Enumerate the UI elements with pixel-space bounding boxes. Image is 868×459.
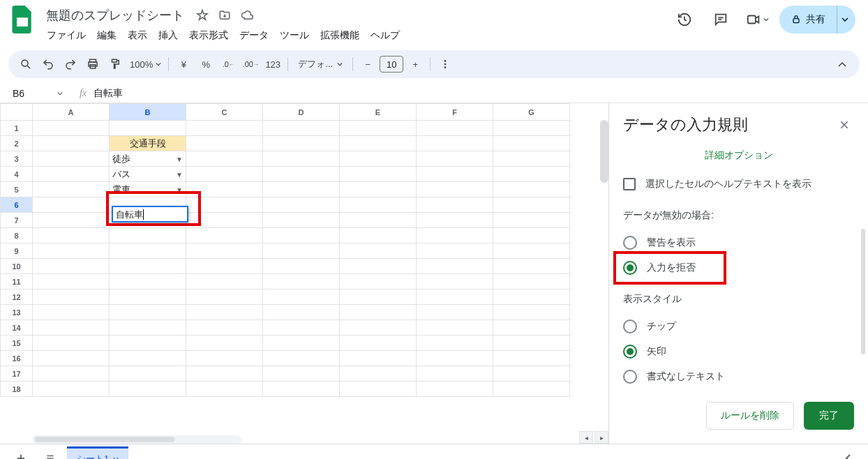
row-header[interactable]: 14	[1, 320, 33, 336]
increase-fontsize-icon[interactable]: +	[405, 54, 426, 75]
svg-line-9	[27, 66, 30, 68]
menu-extensions[interactable]: 拡張機能	[315, 27, 364, 45]
decrease-decimal-icon[interactable]: .0←	[218, 54, 239, 75]
cell-B3[interactable]: 徒歩▼	[110, 151, 186, 167]
dropdown-arrow-icon[interactable]: ▼	[176, 155, 183, 163]
row-header[interactable]: 17	[1, 366, 33, 382]
collapse-sidepanel-icon[interactable]	[837, 447, 860, 460]
row-header[interactable]: 2	[1, 136, 33, 151]
cloud-status-icon[interactable]	[239, 7, 255, 24]
menu-edit[interactable]: 編集	[92, 27, 121, 45]
menu-data[interactable]: データ	[234, 27, 274, 45]
search-icon[interactable]	[15, 54, 36, 75]
radio-show-warning[interactable]: 警告を表示	[623, 230, 854, 255]
col-header-B[interactable]: B	[110, 104, 186, 121]
formula-bar[interactable]: 自転車	[93, 87, 868, 100]
cell-B4[interactable]: バス▼	[110, 167, 186, 182]
row-header[interactable]: 13	[1, 305, 33, 320]
radio-plaintext[interactable]: 書式なしテキスト	[623, 364, 854, 389]
add-sheet-icon[interactable]	[8, 447, 33, 460]
svg-point-8	[22, 60, 28, 66]
row-header[interactable]: 3	[1, 151, 33, 167]
radio-reject-input[interactable]: 入力を拒否	[623, 255, 854, 280]
advanced-options-link[interactable]: 詳細オプション	[623, 144, 854, 174]
menu-help[interactable]: ヘルプ	[366, 27, 405, 45]
paint-format-icon[interactable]	[105, 54, 126, 75]
row-header[interactable]: 15	[1, 336, 33, 351]
collapse-toolbar-icon[interactable]	[832, 54, 853, 75]
help-text-checkbox[interactable]: 選択したセルのヘルプテキストを表示	[623, 174, 854, 206]
col-header-G[interactable]: G	[493, 104, 570, 121]
percent-icon[interactable]: %	[195, 54, 216, 75]
radio-icon[interactable]	[623, 345, 637, 359]
comment-icon[interactable]	[707, 6, 735, 33]
document-title[interactable]: 無題のスプレッドシート	[42, 6, 188, 25]
col-header-C[interactable]: C	[186, 104, 263, 121]
zoom-select[interactable]: 100%	[127, 54, 164, 75]
delete-rule-button[interactable]: ルールを削除	[706, 402, 794, 430]
col-header-F[interactable]: F	[417, 104, 493, 121]
vertical-scrollbar[interactable]	[600, 120, 608, 183]
dropdown-arrow-icon[interactable]: ▼	[176, 170, 183, 178]
dropdown-arrow-icon[interactable]: ▼	[176, 186, 183, 193]
row-header[interactable]: 4	[1, 167, 33, 182]
radio-icon[interactable]	[623, 319, 637, 333]
row-header[interactable]: 8	[1, 228, 33, 243]
row-header[interactable]: 9	[1, 243, 33, 259]
all-sheets-icon[interactable]	[38, 447, 63, 460]
sheets-logo[interactable]	[8, 6, 36, 33]
done-button[interactable]: 完了	[804, 402, 854, 430]
panel-scrollbar[interactable]	[861, 145, 865, 388]
radio-icon[interactable]	[623, 261, 637, 275]
data-validation-panel: データの入力規則 詳細オプション 選択したセルのヘルプテキストを表示 データが無…	[608, 103, 868, 444]
close-icon[interactable]	[835, 115, 854, 135]
radio-chip[interactable]: チップ	[623, 314, 854, 339]
radio-arrow[interactable]: 矢印	[623, 339, 854, 364]
menu-file[interactable]: ファイル	[42, 27, 91, 45]
cell-B5[interactable]: 電車▼	[110, 182, 186, 197]
sheet-tab[interactable]: シート1	[67, 446, 128, 460]
col-header-E[interactable]: E	[340, 104, 417, 121]
increase-decimal-icon[interactable]: .00→	[240, 54, 261, 75]
row-header[interactable]: 12	[1, 289, 33, 305]
radio-icon[interactable]	[623, 236, 637, 250]
row-header[interactable]: 11	[1, 274, 33, 289]
row-header[interactable]: 16	[1, 351, 33, 366]
history-icon[interactable]	[671, 6, 698, 33]
name-box[interactable]: B6	[8, 88, 67, 99]
col-header-D[interactable]: D	[263, 104, 340, 121]
share-dropdown[interactable]	[837, 6, 855, 33]
menu-format[interactable]: 表示形式	[184, 27, 233, 45]
more-formats-icon[interactable]: 123	[262, 54, 283, 75]
star-icon[interactable]	[194, 7, 211, 24]
select-all-corner[interactable]	[1, 104, 33, 121]
redo-icon[interactable]	[60, 54, 81, 75]
row-header[interactable]: 18	[1, 382, 33, 397]
meet-icon[interactable]	[743, 6, 771, 33]
row-header[interactable]: 6	[1, 197, 33, 213]
cell-B2[interactable]: 交通手段	[110, 136, 186, 151]
decrease-fontsize-icon[interactable]: −	[357, 54, 378, 75]
share-button[interactable]: 共有	[779, 6, 837, 33]
row-header[interactable]: 7	[1, 213, 33, 228]
menu-insert[interactable]: 挿入	[154, 27, 183, 45]
row-header[interactable]: 5	[1, 182, 33, 197]
radio-icon[interactable]	[623, 370, 637, 384]
menu-tools[interactable]: ツール	[275, 27, 314, 45]
print-icon[interactable]	[82, 54, 103, 75]
horizontal-scrollbar[interactable]	[32, 435, 608, 444]
font-select[interactable]: デフォ...	[292, 54, 348, 75]
spreadsheet-grid[interactable]: A B C D E F G 1 2交通手段 3徒歩▼ 4バス▼ 5電車▼ 6 7…	[0, 103, 570, 397]
move-folder-icon[interactable]	[216, 7, 233, 24]
fontsize-input[interactable]: 10	[380, 56, 403, 73]
checkbox-icon[interactable]	[623, 178, 636, 190]
more-toolbar-icon[interactable]	[435, 54, 456, 75]
undo-icon[interactable]	[38, 54, 59, 75]
row-header[interactable]: 1	[1, 121, 33, 136]
row-header[interactable]: 10	[1, 259, 33, 274]
svg-point-13	[444, 60, 447, 62]
cell-editor[interactable]: 自転車	[112, 206, 188, 223]
col-header-A[interactable]: A	[33, 104, 110, 121]
currency-yen-icon[interactable]: ¥	[173, 54, 194, 75]
menu-view[interactable]: 表示	[123, 27, 152, 45]
